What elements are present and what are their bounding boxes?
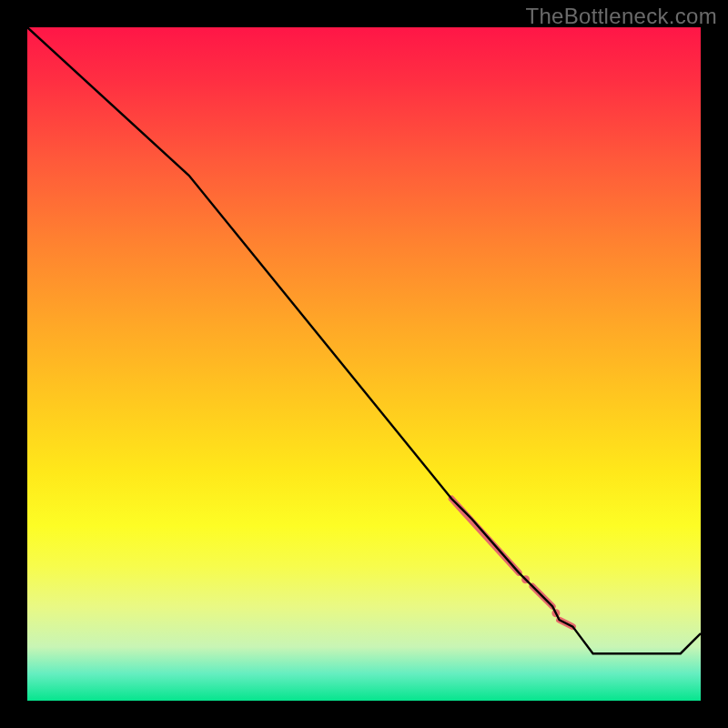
watermark-text: TheBottleneck.com (525, 4, 717, 29)
chart-area (27, 27, 701, 701)
main-curve (27, 27, 701, 653)
chart-svg (27, 27, 701, 701)
